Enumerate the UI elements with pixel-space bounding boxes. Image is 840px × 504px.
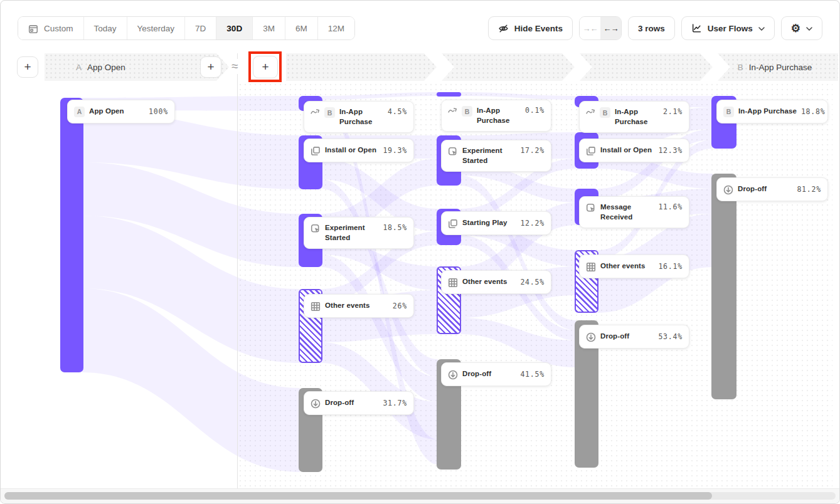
step-a-title: A App Open xyxy=(76,63,125,72)
date-range-30d[interactable]: 30D xyxy=(216,17,253,39)
event-label: Drop-off xyxy=(600,332,654,342)
event-card-drop-off[interactable]: Drop-off41.5% xyxy=(441,362,551,386)
date-range-label: 3M xyxy=(263,24,275,33)
event-percent: 81.2% xyxy=(797,185,821,194)
step-letter: A xyxy=(76,63,82,72)
dropoff-icon xyxy=(723,185,733,195)
approx-steps-indicator: ≈ xyxy=(230,59,240,74)
step-letter: B xyxy=(738,63,743,72)
step-header-b[interactable]: B In-App Purchase xyxy=(718,53,838,81)
collapse-width-button[interactable]: →← xyxy=(580,17,600,39)
event-label: In-App Purchase xyxy=(738,107,797,117)
date-range-3m[interactable]: 3M xyxy=(253,17,285,39)
event-label: Drop-off xyxy=(462,369,516,379)
grid-icon xyxy=(448,278,458,288)
plus-icon: + xyxy=(207,60,214,74)
event-card-other-events[interactable]: Other events26% xyxy=(304,294,414,318)
event-percent: 100% xyxy=(149,107,168,116)
event-percent: 41.5% xyxy=(520,370,545,379)
view-selector-button[interactable]: User Flows xyxy=(681,16,775,40)
scrollbar-thumb[interactable] xyxy=(4,492,712,500)
trend-icon xyxy=(448,107,457,113)
event-card-install-or-open[interactable]: Install or Open19.3% xyxy=(304,139,414,162)
dropoff-icon xyxy=(586,332,596,342)
grid-icon xyxy=(311,302,321,312)
step-header-between-3[interactable] xyxy=(580,53,713,81)
hide-events-label: Hide Events xyxy=(514,24,563,33)
click-icon xyxy=(586,203,596,213)
event-percent: 53.4% xyxy=(658,332,683,341)
width-toggle-group: →← ←→ xyxy=(579,16,622,40)
step-name: In-App Purchase xyxy=(749,63,812,72)
click-icon xyxy=(448,147,458,157)
event-card-drop-off[interactable]: Drop-off31.7% xyxy=(304,391,414,415)
settings-button[interactable]: ⚙ xyxy=(781,16,822,40)
date-range-label: Yesterday xyxy=(137,24,175,33)
event-label: App Open xyxy=(89,107,144,117)
event-card-in-app-purchase[interactable]: BIn-App Purchase4.5% xyxy=(304,101,414,133)
date-range-6m[interactable]: 6M xyxy=(285,17,318,39)
event-percent: 24.5% xyxy=(520,278,545,286)
event-card-install-or-open[interactable]: Install or Open12.3% xyxy=(579,139,689,162)
event-card-experiment-started[interactable]: Experiment Started18.5% xyxy=(304,217,414,249)
gear-icon: ⚙ xyxy=(791,23,800,34)
copies-icon xyxy=(448,219,458,229)
step-header-between-2[interactable] xyxy=(442,53,575,81)
event-label: In-App Purchase xyxy=(615,107,659,127)
scrollbar-track[interactable] xyxy=(4,492,836,500)
event-percent: 17.2% xyxy=(520,146,545,155)
event-label: Drop-off xyxy=(325,398,378,408)
horizontal-scroll-strip xyxy=(1,488,839,503)
event-card-app-open[interactable]: AApp Open100% xyxy=(67,100,175,123)
event-card-drop-off[interactable]: Drop-off53.4% xyxy=(579,325,689,349)
event-label: Starting Play xyxy=(462,218,516,228)
event-card-other-events[interactable]: Other events24.5% xyxy=(441,270,551,294)
event-card-drop-off[interactable]: Drop-off81.2% xyxy=(716,177,828,201)
date-range-yesterday[interactable]: Yesterday xyxy=(127,17,186,39)
event-label: In-App Purchase xyxy=(477,106,521,125)
trend-icon xyxy=(586,108,595,115)
date-range-label: 7D xyxy=(195,24,206,33)
date-range-custom[interactable]: Custom xyxy=(18,17,84,39)
event-label: Install or Open xyxy=(325,145,378,155)
event-card-starting-play[interactable]: Starting Play12.2% xyxy=(441,211,551,235)
event-card-experiment-started[interactable]: Experiment Started17.2% xyxy=(441,140,551,172)
event-card-in-app-purchase[interactable]: BIn-App Purchase18.8% xyxy=(716,100,828,123)
event-label: Install or Open xyxy=(600,145,654,155)
event-card-in-app-purchase[interactable]: BIn-App Purchase2.1% xyxy=(579,101,689,133)
chevron-down-icon xyxy=(758,27,765,31)
letter-badge-b: B xyxy=(462,106,472,117)
event-label: Other events xyxy=(325,301,388,311)
toolbar-right: Hide Events →← ←→ 3 rows User Flows ⚙ xyxy=(488,16,822,40)
dropoff-icon xyxy=(311,399,321,409)
click-icon xyxy=(311,224,321,234)
step-header-between-1[interactable] xyxy=(286,53,437,81)
rows-label: 3 rows xyxy=(638,24,665,33)
event-card-message-received[interactable]: Message Received11.6% xyxy=(579,196,689,228)
event-percent: 11.6% xyxy=(658,202,683,211)
date-range-today[interactable]: Today xyxy=(84,17,127,39)
event-percent: 19.3% xyxy=(383,146,407,155)
user-flows-app: CustomTodayYesterday7D30D3M6M12M Hide Ev… xyxy=(0,0,840,504)
add-step-between-button[interactable]: + xyxy=(253,56,278,78)
date-range-7d[interactable]: 7D xyxy=(185,17,216,39)
letter-badge-b: B xyxy=(723,107,734,117)
letter-badge-b: B xyxy=(600,107,610,118)
expand-width-button[interactable]: ←→ xyxy=(600,17,621,39)
step-divider-line xyxy=(237,53,238,489)
calendar-icon xyxy=(28,24,38,34)
event-card-other-events[interactable]: Other events16.1% xyxy=(579,255,689,278)
hide-events-button[interactable]: Hide Events xyxy=(488,16,573,40)
sankey-node-in-app-purchase xyxy=(437,92,461,97)
copies-icon xyxy=(311,146,321,156)
date-range-label: Today xyxy=(94,24,117,33)
event-percent: 4.5% xyxy=(388,107,407,116)
add-step-before-a-button[interactable]: + xyxy=(17,56,38,78)
event-percent: 0.1% xyxy=(525,106,545,115)
rows-button[interactable]: 3 rows xyxy=(628,16,675,40)
view-label: User Flows xyxy=(708,24,753,33)
add-step-after-a-button[interactable]: + xyxy=(200,56,221,78)
date-range-12m[interactable]: 12M xyxy=(318,17,354,39)
event-percent: 26% xyxy=(393,302,407,310)
event-card-in-app-purchase[interactable]: BIn-App Purchase0.1% xyxy=(441,100,551,132)
